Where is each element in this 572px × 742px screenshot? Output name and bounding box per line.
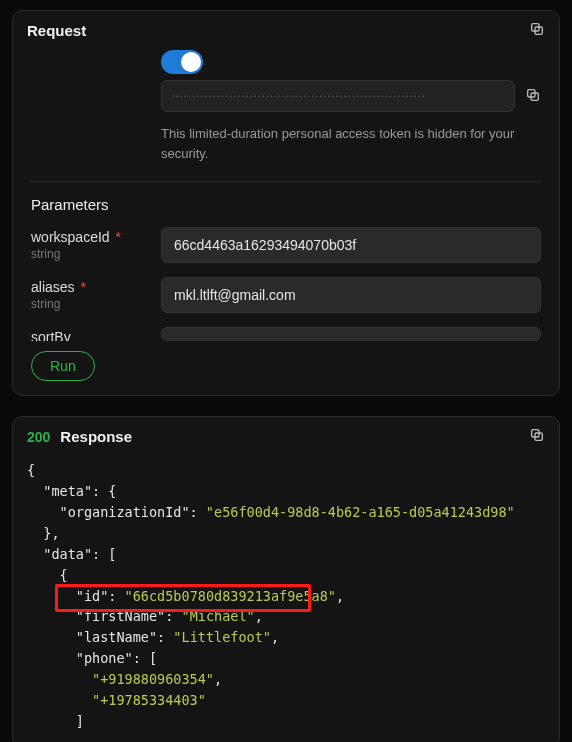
copy-token-icon[interactable] xyxy=(525,87,541,106)
json-key-meta: meta xyxy=(51,483,84,499)
parameters-heading: Parameters xyxy=(31,196,541,213)
json-key-data: data xyxy=(51,546,84,562)
param-row-sortby: sortBy xyxy=(31,327,541,341)
response-title: Response xyxy=(60,428,132,445)
param-type-aliases: string xyxy=(31,297,161,311)
request-header: Request xyxy=(13,11,559,50)
run-button[interactable]: Run xyxy=(31,351,95,381)
token-toggle[interactable] xyxy=(161,50,203,74)
section-divider xyxy=(31,181,541,182)
token-field-row: ••••••••••••••••••••••••••••••••••••••••… xyxy=(161,80,541,112)
request-title: Request xyxy=(27,22,86,39)
param-label-aliases: aliases xyxy=(31,279,75,295)
json-key-id: id xyxy=(84,588,100,604)
param-label-sortby: sortBy xyxy=(31,329,71,341)
param-row-workspaceid: workspaceId * string 66cd4463a1629349407… xyxy=(31,227,541,263)
request-panel: Request x ••••••••••••••••••••••••••••••… xyxy=(12,10,560,396)
response-panel: 200 Response { "meta": { "organizationId… xyxy=(12,416,560,742)
aliases-input[interactable]: mkl.ltlft@gmail.com xyxy=(161,277,541,313)
sortby-input[interactable] xyxy=(161,327,541,341)
status-code: 200 xyxy=(27,429,50,445)
token-toggle-row: x xyxy=(161,50,541,74)
param-type-workspaceid: string xyxy=(31,247,161,261)
required-asterisk: * xyxy=(80,279,85,295)
copy-response-icon[interactable] xyxy=(529,427,545,446)
json-key-lastname: lastName xyxy=(84,629,149,645)
workspaceid-input[interactable]: 66cd4463a16293494070b03f xyxy=(161,227,541,263)
required-asterisk: * xyxy=(115,229,120,245)
json-val-lastname: Littlefoot xyxy=(182,629,263,645)
token-hint-text: This limited-duration personal access to… xyxy=(161,124,541,163)
response-header: 200 Response xyxy=(13,417,559,456)
json-val-firstname: Michael xyxy=(190,608,247,624)
json-val-phone0: +919880960354 xyxy=(100,671,206,687)
copy-request-icon[interactable] xyxy=(529,21,545,40)
param-label-workspaceid: workspaceId xyxy=(31,229,110,245)
request-body: x ••••••••••••••••••••••••••••••••••••••… xyxy=(13,50,559,395)
response-json[interactable]: { "meta": { "organizationId": "e56f00d4-… xyxy=(13,456,559,742)
json-key-phone: phone xyxy=(84,650,125,666)
token-input[interactable]: ••••••••••••••••••••••••••••••••••••••••… xyxy=(161,80,515,112)
json-key-organizationid: organizationId xyxy=(68,504,182,520)
json-val-organizationid: e56f00d4-98d8-4b62-a165-d05a41243d98 xyxy=(214,504,507,520)
json-val-id: 66cd5b0780d839213af9e5a8 xyxy=(133,588,328,604)
json-key-firstname: firstName xyxy=(84,608,157,624)
param-row-aliases: aliases * string mkl.ltlft@gmail.com xyxy=(31,277,541,313)
json-val-phone1: +19785334403 xyxy=(100,692,198,708)
